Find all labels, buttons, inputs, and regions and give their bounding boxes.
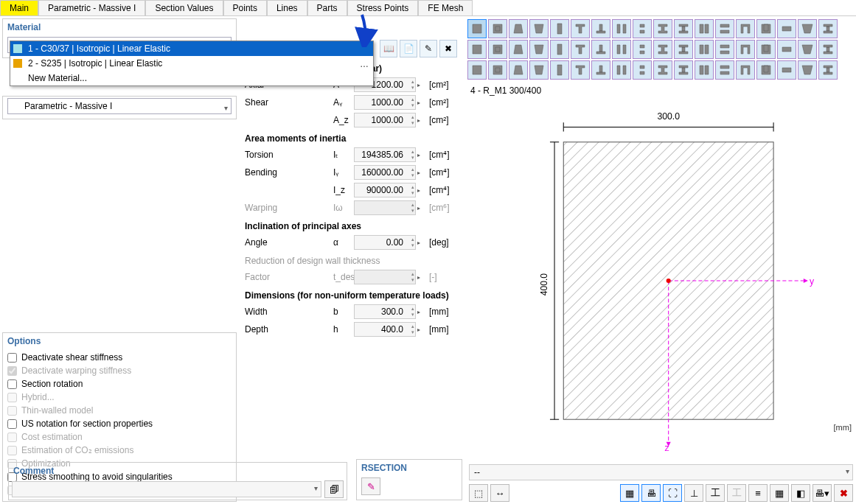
value-input[interactable]: 1000.00▴▾ bbox=[354, 113, 416, 127]
shape-option[interactable] bbox=[529, 40, 549, 59]
value-input[interactable]: ▴▾ bbox=[354, 270, 416, 284]
view-axes[interactable]: ⊥ bbox=[684, 484, 703, 502]
go-icon[interactable]: ▸ bbox=[417, 117, 428, 124]
view-shaded[interactable]: ▦ bbox=[620, 484, 639, 502]
shape-option[interactable] bbox=[653, 19, 672, 38]
print-icon[interactable]: 🖶 bbox=[641, 484, 661, 502]
go-icon[interactable]: ▸ bbox=[417, 326, 428, 333]
shape-option[interactable] bbox=[653, 60, 672, 80]
go-icon[interactable]: ▸ bbox=[417, 274, 428, 281]
shape-option[interactable] bbox=[509, 60, 528, 80]
value-input[interactable]: 194385.06▴▾ bbox=[354, 147, 416, 162]
shape-option[interactable] bbox=[756, 19, 776, 38]
comment-browse-button[interactable]: 🗐 bbox=[324, 480, 344, 498]
shape-option[interactable] bbox=[591, 60, 610, 80]
comment-input[interactable]: ▾ bbox=[12, 481, 321, 497]
go-icon[interactable]: ▸ bbox=[417, 82, 428, 88]
shape-option[interactable] bbox=[529, 60, 549, 80]
option-us-notation-for-section-[interactable]: US notation for section properties bbox=[7, 417, 232, 430]
shape-option[interactable] bbox=[633, 40, 652, 59]
value-input[interactable]: 400.0▴▾ bbox=[354, 322, 416, 337]
go-icon[interactable]: ▸ bbox=[417, 205, 428, 211]
shape-option[interactable] bbox=[633, 19, 652, 38]
view-legend[interactable]: ◧ bbox=[791, 484, 810, 502]
go-icon[interactable]: ▸ bbox=[417, 152, 428, 158]
value-input[interactable]: 1000.00▴▾ bbox=[354, 95, 416, 110]
shape-option[interactable] bbox=[509, 19, 528, 38]
shape-option[interactable] bbox=[695, 60, 714, 80]
tab-section-values[interactable]: Section Values bbox=[145, 0, 223, 15]
shape-option[interactable] bbox=[798, 40, 817, 59]
shape-option[interactable] bbox=[509, 40, 528, 59]
tool-pick[interactable]: ⬚ bbox=[469, 484, 488, 502]
shape-option[interactable] bbox=[550, 40, 569, 59]
shape-option[interactable] bbox=[715, 19, 734, 38]
shape-option[interactable] bbox=[695, 40, 714, 59]
shape-option[interactable] bbox=[777, 19, 796, 38]
shape-option[interactable] bbox=[488, 60, 507, 80]
go-icon[interactable]: ▸ bbox=[417, 239, 428, 246]
view-section[interactable]: 工 bbox=[706, 484, 725, 502]
view-grid[interactable]: ▦ bbox=[770, 484, 789, 502]
go-icon[interactable]: ▸ bbox=[417, 99, 428, 106]
shape-option[interactable] bbox=[818, 60, 838, 80]
view-values[interactable]: ≡ bbox=[748, 484, 768, 502]
section-type-select[interactable]: Parametric - Massive I ▾ bbox=[7, 98, 232, 114]
shape-option[interactable] bbox=[736, 60, 755, 80]
shape-option[interactable] bbox=[736, 19, 755, 38]
material-option-new[interactable]: New Material... bbox=[10, 71, 373, 85]
shape-option[interactable] bbox=[591, 40, 610, 59]
go-icon[interactable]: ▸ bbox=[417, 309, 428, 315]
shape-option[interactable] bbox=[612, 60, 631, 80]
edit-button[interactable]: ✎ bbox=[420, 40, 437, 57]
shape-option[interactable] bbox=[467, 40, 487, 59]
print2-icon[interactable]: 🖶▾ bbox=[812, 484, 832, 502]
tab-points[interactable]: Points bbox=[223, 0, 267, 15]
close-icon[interactable]: ✖ bbox=[834, 484, 853, 502]
shape-option[interactable] bbox=[818, 40, 838, 59]
value-input[interactable]: 160000.00▴▾ bbox=[354, 165, 416, 180]
shape-option[interactable] bbox=[777, 40, 796, 59]
value-input[interactable]: 300.0▴▾ bbox=[354, 304, 416, 319]
shape-option[interactable] bbox=[818, 19, 838, 38]
view-combo[interactable]: -- ▾ bbox=[469, 464, 853, 480]
tab-parametric[interactable]: Parametric - Massive I bbox=[38, 0, 145, 15]
value-input[interactable]: 90000.00▴▾ bbox=[354, 183, 416, 197]
material-option-2[interactable]: 2 - S235 | Isotropic | Linear Elastic … bbox=[10, 56, 373, 71]
shape-option[interactable] bbox=[612, 19, 631, 38]
view-fit[interactable]: ⛶ bbox=[663, 484, 682, 502]
new-button[interactable]: 📄 bbox=[400, 40, 417, 57]
option-section-rotation[interactable]: Section rotation bbox=[7, 377, 232, 391]
shape-option[interactable] bbox=[715, 60, 734, 80]
shape-option[interactable] bbox=[756, 40, 776, 59]
go-icon[interactable]: ▸ bbox=[417, 187, 428, 194]
tab-fe-mesh[interactable]: FE Mesh bbox=[418, 0, 473, 15]
shape-option[interactable] bbox=[550, 60, 569, 80]
shape-option[interactable] bbox=[591, 19, 610, 38]
shape-option[interactable] bbox=[777, 60, 796, 80]
shape-option[interactable] bbox=[798, 60, 817, 80]
shape-option[interactable] bbox=[674, 19, 693, 38]
material-dropdown[interactable]: 1 - C30/37 | Isotropic | Linear Elastic … bbox=[10, 41, 374, 86]
shape-option[interactable] bbox=[571, 60, 590, 80]
shape-option[interactable] bbox=[674, 40, 693, 59]
value-input[interactable]: 0.00▴▾ bbox=[354, 235, 416, 250]
shape-option[interactable] bbox=[488, 40, 507, 59]
delete-button[interactable]: ✖ bbox=[439, 40, 457, 57]
value-input[interactable]: ▴▾ bbox=[354, 200, 416, 215]
shape-option[interactable] bbox=[550, 19, 569, 38]
shape-option[interactable] bbox=[488, 19, 507, 38]
shape-option[interactable] bbox=[695, 19, 714, 38]
shape-option[interactable] bbox=[674, 60, 693, 80]
tool-measure[interactable]: ↔ bbox=[490, 484, 509, 502]
view-stress[interactable]: 工 bbox=[727, 484, 746, 502]
shape-option[interactable] bbox=[529, 19, 549, 38]
tab-lines[interactable]: Lines bbox=[267, 0, 307, 15]
rsection-button[interactable]: ✎ bbox=[361, 477, 380, 495]
shape-option[interactable] bbox=[736, 40, 755, 59]
shape-option[interactable] bbox=[715, 40, 734, 59]
material-option-1[interactable]: 1 - C30/37 | Isotropic | Linear Elastic bbox=[10, 41, 373, 56]
tab-main[interactable]: Main bbox=[0, 0, 38, 15]
go-icon[interactable]: ▸ bbox=[417, 169, 428, 176]
shape-option[interactable] bbox=[756, 60, 776, 80]
